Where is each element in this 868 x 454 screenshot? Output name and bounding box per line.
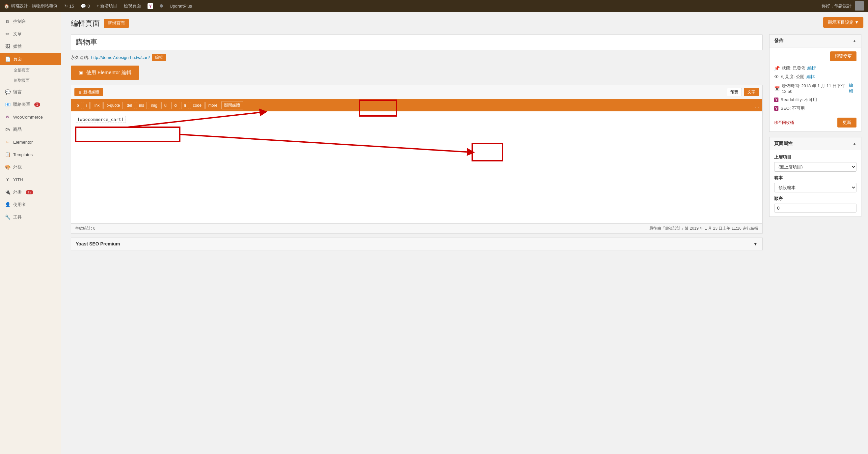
sidebar-item-pages[interactable]: 📄 頁面 — [0, 53, 61, 65]
elementor-icon: E — [5, 139, 10, 145]
main-content: 編輯頁面 新增頁面 永久連結: http://demo7.design-hu.t… — [61, 12, 868, 454]
text-tab[interactable]: 文字 — [744, 88, 759, 96]
sidebar-item-tools[interactable]: 🔧 工具 — [0, 211, 61, 223]
editor-body[interactable]: [woocommerce_cart] — [71, 111, 762, 223]
appearance-label: 外觀 — [13, 164, 22, 170]
permalink-row: 永久連結: http://demo7.design-hu.tw/cart/ 編輯 — [71, 54, 763, 61]
editor-section: 永久連結: http://demo7.design-hu.tw/cart/ 編輯… — [71, 34, 763, 250]
page-attributes-header[interactable]: 頁面屬性 ▲ — [770, 138, 861, 150]
shortcode-content: [woocommerce_cart] — [76, 116, 125, 123]
sidebar-item-users[interactable]: 👤 使用者 — [0, 198, 61, 211]
page-attributes-chevron: ▲ — [852, 141, 857, 146]
order-input[interactable] — [774, 204, 857, 212]
sidebar-item-plugins[interactable]: 🔌 外掛 12 — [0, 186, 61, 198]
submenu-add-page[interactable]: 新增頁面 — [0, 75, 61, 86]
format-fullscreen-button[interactable]: ⛶ — [754, 102, 760, 109]
yith-icon: Y — [5, 177, 10, 183]
status-edit-link[interactable]: 編輯 — [807, 65, 816, 71]
view-page-link[interactable]: 檢視頁面 — [124, 3, 141, 9]
woocommerce-label: WooCommerce — [13, 115, 43, 120]
page-attributes-title: 頁面屬性 — [774, 141, 793, 147]
visibility-edit-link[interactable]: 編輯 — [806, 74, 815, 80]
yith-label: YITH — [13, 177, 23, 182]
format-img-button[interactable]: img — [148, 102, 160, 109]
contact-label: 聯絡表單 — [13, 101, 30, 108]
woocommerce-icon: W — [5, 114, 10, 120]
format-close-media-button[interactable]: 關閉媒體 — [221, 101, 243, 110]
format-ins-button[interactable]: ins — [136, 102, 147, 109]
sidebar-item-contact[interactable]: 📧 聯絡表單 1 — [0, 98, 61, 111]
format-bquote-button[interactable]: b-quote — [103, 102, 123, 109]
site-name-link[interactable]: 🏠 鴿崙設計 - 購物網站範例 — [4, 3, 58, 9]
sidebar-item-comments[interactable]: 💬 留言 — [0, 86, 61, 98]
format-ol-button[interactable]: ol — [171, 102, 180, 109]
sidebar-item-posts[interactable]: ✏ 文章 — [0, 28, 61, 40]
yoast-chevron: ▼ — [753, 241, 758, 246]
sidebar-item-media[interactable]: 🖼 媒體 — [0, 40, 61, 53]
add-media-button[interactable]: ⊕ 新增媒體 — [74, 88, 103, 96]
sidebar-item-products[interactable]: 🛍 商品 — [0, 123, 61, 136]
sidebar-item-templates[interactable]: 📋 Templates — [0, 148, 61, 161]
add-media-icon: ⊕ — [79, 90, 82, 95]
editor-container: ⊕ 新增媒體 預覽 文字 — [71, 85, 763, 234]
elementor-edit-button[interactable]: ▣ 使用 Elementor 編輯 — [71, 66, 139, 80]
calendar-icon: 📅 — [774, 86, 780, 91]
permalink-label: 永久連結: — [71, 55, 89, 61]
format-li-button[interactable]: li — [181, 102, 189, 109]
page-title-input[interactable] — [71, 34, 763, 50]
all-pages-label: 全部頁面 — [14, 68, 30, 72]
editor-format-bar: b i link b-quote del — [71, 99, 762, 111]
updates-count: 15 — [69, 4, 74, 8]
parent-select[interactable]: (無上層項目) — [774, 162, 857, 172]
sidebar-item-appearance[interactable]: 🎨 外觀 — [0, 161, 61, 173]
sidebar-item-elementor[interactable]: E Elementor — [0, 136, 61, 148]
format-ul-button[interactable]: ul — [161, 102, 170, 109]
updraftplus-label: UpdraftPlus — [169, 4, 192, 8]
update-button[interactable]: 更新 — [837, 118, 857, 127]
trash-link[interactable]: 移至回收桶 — [774, 120, 794, 125]
submenu-all-pages[interactable]: 全部頁面 — [0, 65, 61, 75]
updraft-status — [160, 4, 163, 7]
format-more-button[interactable]: more — [206, 102, 220, 109]
visibility-icon: 👁 — [774, 74, 779, 80]
yoast-header[interactable]: Yoast SEO Premium ▼ — [71, 238, 762, 250]
sidebar-item-dashboard[interactable]: 🖥 控制台 — [0, 15, 61, 28]
format-italic-button[interactable]: i — [83, 102, 90, 109]
publish-metabox-header[interactable]: 發佈 ▲ — [770, 35, 861, 48]
publish-metabox: 發佈 ▲ 預覽變更 📌 狀態: 已發佈 — [769, 34, 861, 132]
parent-label: 上層項目 — [774, 154, 857, 160]
new-item-link[interactable]: + 新增項目 — [96, 3, 117, 9]
format-bold-button[interactable]: b — [74, 102, 82, 109]
elementor-edit-icon: ▣ — [79, 69, 84, 76]
tools-icon: 🔧 — [5, 214, 10, 220]
page-header: 編輯頁面 新增頁面 — [71, 19, 861, 28]
readability-text: Readability: 不可用 — [780, 97, 817, 103]
preview-button[interactable]: 預覽變更 — [830, 51, 857, 61]
format-link-button[interactable]: link — [91, 102, 102, 109]
elementor-label: Elementor — [13, 140, 33, 145]
display-settings-button[interactable]: 顯示項目設定 ▼ — [823, 17, 863, 28]
users-icon: 👤 — [5, 202, 10, 208]
publish-time-edit-link[interactable]: 編輯 — [849, 82, 857, 94]
permalink-edit-button[interactable]: 編輯 — [152, 54, 166, 61]
yoast-link[interactable]: Y — [148, 3, 153, 9]
add-page-button[interactable]: 新增頁面 — [104, 19, 129, 28]
comments-link[interactable]: 💬 0 — [81, 4, 90, 8]
updraftplus-link[interactable]: UpdraftPlus — [169, 4, 192, 8]
format-del-button[interactable]: del — [124, 102, 135, 109]
updates-link[interactable]: ↻ 15 — [64, 4, 74, 8]
plugins-icon: 🔌 — [5, 189, 10, 195]
update-label: 更新 — [843, 120, 851, 125]
new-item-label: + 新增項目 — [96, 3, 117, 9]
permalink-edit-label: 編輯 — [155, 55, 163, 60]
templates-label: Templates — [13, 152, 33, 157]
sidebar-item-yith[interactable]: Y YITH — [0, 173, 61, 186]
media-icon: 🖼 — [5, 43, 10, 50]
yoast-section: Yoast SEO Premium ▼ — [71, 238, 763, 250]
template-select[interactable]: 預設範本 — [774, 183, 857, 192]
sidebar-item-woocommerce[interactable]: W WooCommerce — [0, 111, 61, 123]
page-title: 編輯頁面 — [71, 19, 100, 28]
format-code-button[interactable]: code — [190, 102, 205, 109]
visual-tab[interactable]: 預覽 — [727, 88, 742, 96]
add-page-label: 新增頁面 — [14, 78, 30, 83]
